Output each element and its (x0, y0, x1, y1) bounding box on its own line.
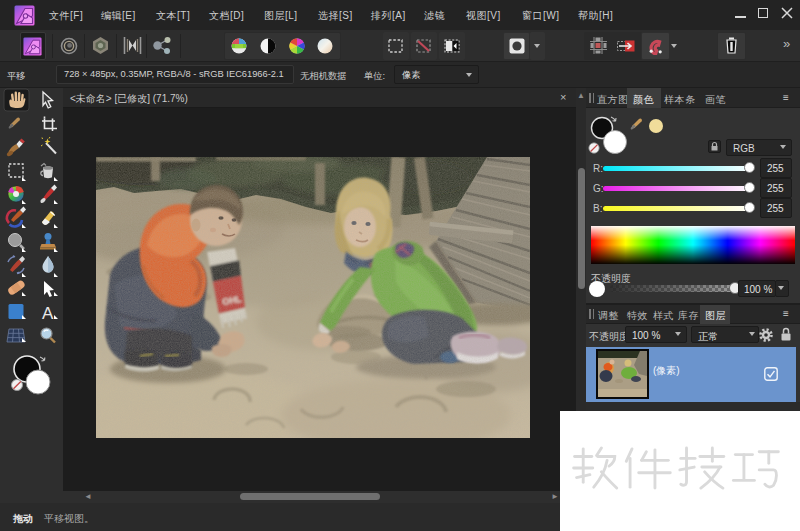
svg-text:A: A (42, 304, 54, 323)
